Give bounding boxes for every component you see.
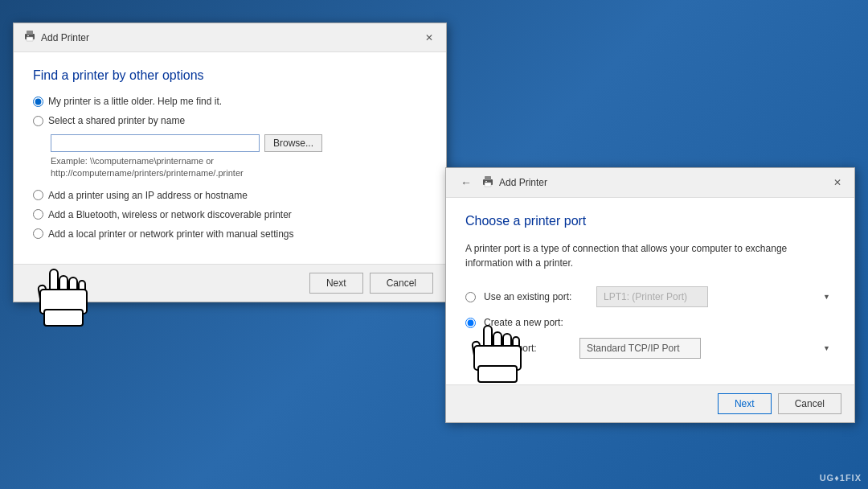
dialog1-option4-radio[interactable] [33, 209, 43, 220]
dialog2-new-port-row: Create a new port: [465, 317, 835, 328]
svg-rect-3 [27, 35, 29, 36]
dialog-choose-port: ← Add Printer ✕ Choose a printer port A … [445, 167, 855, 423]
dialog1-option3-label: Add a printer using an IP address or hos… [48, 190, 248, 201]
dialog1-content: Find a printer by other options My print… [14, 52, 446, 264]
dialog1-title-left: Add Printer [23, 30, 89, 45]
dialog-find-printer: Add Printer ✕ Find a printer by other op… [13, 23, 447, 302]
dialog2-type-port-select[interactable]: Standard TCP/IP Port [579, 338, 701, 359]
dialog2-back-button[interactable]: ← [456, 175, 477, 191]
dialog2-titlebar: ← Add Printer ✕ [446, 168, 854, 198]
svg-rect-13 [485, 183, 491, 187]
dialog2-description: A printer port is a type of connection t… [465, 241, 835, 270]
dialog1-option4-row: Add a Bluetooth, wireless or network dis… [33, 209, 427, 220]
dialog2-controls: ✕ [830, 175, 845, 190]
dialog2-close-button[interactable]: ✕ [830, 175, 845, 190]
dialog2-existing-port-row: Use an existing port: LPT1: (Printer Por… [465, 286, 835, 307]
dialog2-title-left: ← Add Printer [456, 175, 547, 191]
dialog1-option2-label: Select a shared printer by name [48, 115, 185, 126]
dialog1-option2-radio[interactable] [33, 116, 43, 126]
dialog1-option1-row: My printer is a little older. Help me fi… [33, 96, 427, 107]
dialog1-printer-icon [23, 30, 36, 45]
dialog1-option1-radio[interactable] [33, 97, 43, 107]
dialog2-new-port-radio[interactable] [465, 318, 476, 328]
dialog1-titlebar: Add Printer ✕ [14, 23, 446, 52]
watermark: UG♦1FIX [820, 473, 862, 483]
dialog2-title-text: Add Printer [499, 177, 547, 188]
dialog2-footer: Next Cancel [446, 384, 854, 422]
dialog1-hint: Example: \\computername\printername or h… [51, 155, 427, 180]
dialog2-existing-port-select[interactable]: LPT1: (Printer Port) [596, 286, 708, 307]
dialog1-option4-label: Add a Bluetooth, wireless or network dis… [48, 209, 292, 220]
dialog2-heading: Choose a printer port [465, 214, 835, 228]
dialog2-existing-port-label: Use an existing port: [484, 291, 588, 302]
dialog1-title-text: Add Printer [41, 32, 89, 43]
dialog1-option5-label: Add a local printer or network printer w… [48, 228, 293, 240]
dialog1-hint-line1: Example: \\computername\printername or [51, 156, 214, 166]
dialog1-option3-radio[interactable] [33, 190, 43, 200]
dialog1-option1-label: My printer is a little older. Help me fi… [48, 96, 222, 107]
dialog1-heading: Find a printer by other options [33, 68, 427, 83]
dialog1-hint-line2: http://computername/printers/printername… [51, 168, 244, 178]
dialog2-existing-port-radio[interactable] [465, 292, 476, 302]
dialog1-close-button[interactable]: ✕ [422, 31, 436, 45]
dialog2-next-button[interactable]: Next [718, 393, 772, 414]
dialog2-new-port-label: Create a new port: [484, 317, 588, 328]
dialog1-footer: Next Cancel [14, 264, 446, 302]
svg-rect-14 [485, 181, 487, 182]
dialog2-type-port-label: Type of port: [483, 343, 571, 354]
printer-name-input[interactable] [51, 134, 260, 152]
dialog1-option5-radio[interactable] [33, 228, 43, 239]
dialog1-input-row: Browse... [51, 134, 427, 152]
browse-button[interactable]: Browse... [264, 134, 322, 152]
dialog2-type-port-dropdown-wrapper: Standard TCP/IP Port [579, 338, 835, 359]
dialog1-option5-row: Add a local printer or network printer w… [33, 228, 427, 240]
dialog2-type-port-row: Type of port: Standard TCP/IP Port [483, 338, 835, 359]
dialog1-option3-row: Add a printer using an IP address or hos… [33, 190, 427, 201]
dialog1-controls: ✕ [422, 31, 436, 45]
dialog2-printer-icon [481, 175, 494, 191]
svg-rect-1 [27, 31, 33, 35]
dialog2-existing-port-dropdown-wrapper: LPT1: (Printer Port) [596, 286, 835, 307]
svg-rect-12 [485, 176, 491, 180]
dialog1-next-button[interactable]: Next [309, 273, 363, 294]
svg-rect-2 [27, 37, 33, 41]
dialog1-cancel-button[interactable]: Cancel [370, 273, 433, 294]
dialog2-content: Choose a printer port A printer port is … [446, 198, 854, 384]
dialog1-option2-row: Select a shared printer by name [33, 115, 427, 126]
dialog2-cancel-button[interactable]: Cancel [778, 393, 841, 414]
